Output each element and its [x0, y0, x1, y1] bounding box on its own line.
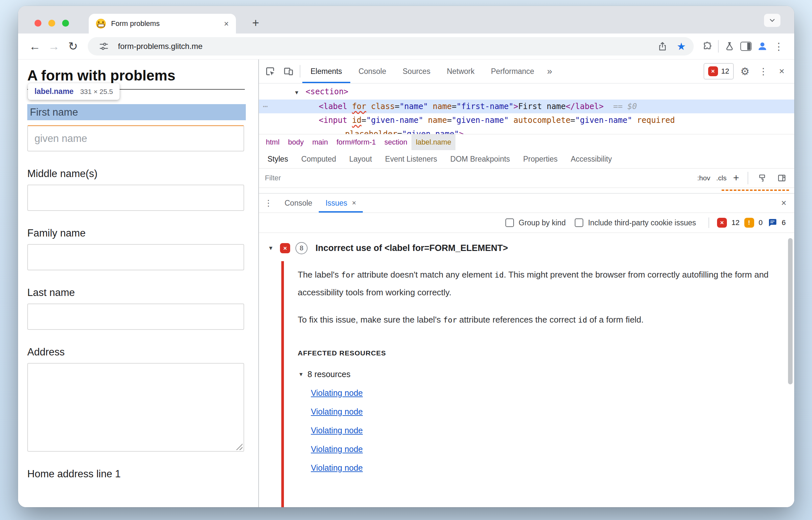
drawer-menu-kebab-icon[interactable]: ⋮ — [259, 193, 278, 212]
reload-button[interactable]: ↻ — [64, 37, 82, 56]
crumb-html[interactable]: html — [261, 134, 284, 150]
tab-sources[interactable]: Sources — [394, 59, 438, 83]
breadcrumb: html body main form#form-1 section label… — [259, 134, 794, 150]
new-style-rule-button[interactable]: + — [733, 172, 739, 184]
drawer-tab-console[interactable]: Console — [278, 193, 319, 212]
more-tabs-icon[interactable]: » — [542, 59, 557, 83]
drawer-scrollbar[interactable] — [788, 238, 793, 384]
new-tab-button[interactable]: + — [248, 16, 263, 30]
resources-group[interactable]: ▼ 8 resources — [298, 369, 794, 379]
styles-content-strip — [259, 188, 794, 193]
filter-input[interactable]: Filter — [265, 174, 691, 182]
tab-accessibility[interactable]: Accessibility — [564, 150, 618, 168]
side-panel-icon[interactable] — [738, 38, 754, 54]
issue-count-badge: 8 — [296, 242, 308, 254]
violating-node-link[interactable]: Violating node — [311, 388, 363, 398]
errors-count: 12 — [732, 218, 739, 227]
group-by-kind-checkbox[interactable] — [505, 218, 514, 227]
last-name-input[interactable] — [27, 304, 244, 330]
minimize-window-button[interactable] — [48, 20, 55, 27]
violating-node-link[interactable]: Violating node — [311, 426, 363, 435]
issue-header[interactable]: ▼ × 8 Incorrect use of <label for=FORM_E… — [259, 233, 794, 254]
bookmark-star-icon[interactable]: ★ — [677, 42, 686, 52]
class-toggle[interactable]: .cls — [716, 174, 727, 182]
rendering-emulation-icon[interactable] — [756, 174, 769, 183]
tab-elements[interactable]: Elements — [302, 59, 350, 83]
third-party-cookies-checkbox[interactable] — [575, 218, 583, 227]
tab-network[interactable]: Network — [439, 59, 483, 83]
issues-panel: ▼ × 8 Incorrect use of <label for=FORM_E… — [259, 233, 794, 507]
forward-button[interactable]: → — [44, 37, 64, 56]
grid-overlay-dashed-line — [721, 189, 789, 191]
node-menu-dots-icon[interactable]: ⋯ — [263, 100, 268, 113]
crumb-label-selected[interactable]: label.name — [411, 134, 455, 150]
inspect-tooltip: label.name 331 × 25.5 — [28, 83, 120, 100]
middle-name-input[interactable] — [27, 185, 244, 211]
tab-computed[interactable]: Computed — [295, 150, 343, 168]
violating-node-link[interactable]: Violating node — [311, 463, 363, 473]
textarea-resize-handle[interactable] — [236, 443, 243, 450]
crumb-main[interactable]: main — [308, 134, 332, 150]
issue-expand-caret-icon[interactable]: ▼ — [267, 245, 275, 252]
window-content: A form with problems label.name 331 × 25… — [18, 59, 794, 507]
settings-gear-icon[interactable]: ⚙ — [736, 59, 754, 83]
share-icon[interactable] — [654, 38, 671, 54]
dom-node-input[interactable]: <input id="given-name" name="given-name"… — [259, 113, 794, 127]
url-text[interactable]: form-problems.glitch.me — [118, 42, 202, 51]
crumb-section[interactable]: section — [380, 134, 412, 150]
dom-node-input-wrapped[interactable]: placeholder="given-name"> — [259, 127, 794, 134]
tab-performance[interactable]: Performance — [483, 59, 542, 83]
issues-counter-button[interactable]: × 12 — [704, 63, 734, 79]
close-window-button[interactable] — [34, 20, 42, 27]
crumb-form[interactable]: form#form-1 — [332, 134, 380, 150]
tab-console[interactable]: Console — [350, 59, 394, 83]
toolbar-divider — [718, 40, 719, 53]
given-name-input[interactable]: given name — [27, 125, 244, 151]
issues-toolbar: Group by kind Include third-party cookie… — [259, 213, 794, 233]
tab-search-chevron-icon[interactable] — [764, 14, 781, 27]
devtools-drawer: ⋮ Console Issues × × Group by kind Inclu… — [259, 193, 794, 507]
styles-filter-bar: Filter :hov .cls + — [259, 168, 794, 188]
tab-properties[interactable]: Properties — [516, 150, 564, 168]
family-name-input[interactable] — [27, 244, 244, 270]
hover-state-toggle[interactable]: :hov — [697, 174, 710, 182]
computed-panel-toggle-icon[interactable] — [775, 174, 788, 183]
address-bar[interactable]: form-problems.glitch.me ★ — [88, 37, 694, 55]
tab-dom-breakpoints[interactable]: DOM Breakpoints — [443, 150, 516, 168]
profile-avatar[interactable] — [754, 38, 770, 54]
tab-event-listeners[interactable]: Event Listeners — [379, 150, 444, 168]
tab-styles[interactable]: Styles — [261, 150, 295, 168]
violating-node-link[interactable]: Violating node — [311, 444, 363, 454]
dom-node-label-selected[interactable]: ⋯<label for class="name" name="first-nam… — [259, 100, 794, 113]
address-textarea[interactable] — [27, 363, 244, 452]
extensions-icon[interactable] — [699, 38, 715, 54]
inspect-element-icon[interactable] — [261, 59, 279, 83]
site-settings-icon[interactable] — [96, 38, 112, 54]
messages-icon — [767, 218, 777, 228]
issue-error-icon: × — [280, 243, 290, 253]
browser-tab[interactable]: Form problems × — [89, 14, 236, 33]
resources-caret-icon[interactable]: ▼ — [298, 371, 304, 378]
devtools-close-icon[interactable]: × — [772, 59, 791, 83]
issue-description-1: The label's for attribute doesn't match … — [298, 266, 771, 301]
tab-close-icon[interactable]: × — [224, 19, 229, 29]
toolbar-divider — [300, 65, 300, 78]
browser-menu-kebab-icon[interactable]: ⋮ — [770, 38, 787, 54]
violating-node-link[interactable]: Violating node — [311, 407, 363, 417]
drawer-close-icon[interactable]: × — [773, 193, 794, 212]
crumb-body[interactable]: body — [284, 134, 308, 150]
issue-title: Incorrect use of <label for=FORM_ELEMENT… — [315, 243, 508, 253]
issues-tab-close-icon[interactable]: × — [352, 199, 356, 207]
devtools-menu-kebab-icon[interactable]: ⋮ — [754, 59, 772, 83]
expand-caret-icon[interactable]: ▼ — [295, 86, 306, 100]
tab-title: Form problems — [111, 19, 219, 28]
flask-icon[interactable] — [721, 38, 738, 54]
tab-layout[interactable]: Layout — [343, 150, 379, 168]
dom-node-section[interactable]: ▼<section> — [259, 85, 794, 100]
device-toolbar-icon[interactable] — [279, 59, 298, 83]
zoom-window-button[interactable] — [62, 20, 69, 27]
web-page: A form with problems label.name 331 × 25… — [18, 59, 259, 507]
middle-name-label: Middle name(s) — [27, 168, 258, 180]
back-button[interactable]: ← — [25, 37, 44, 56]
drawer-tab-issues[interactable]: Issues × — [319, 193, 362, 212]
